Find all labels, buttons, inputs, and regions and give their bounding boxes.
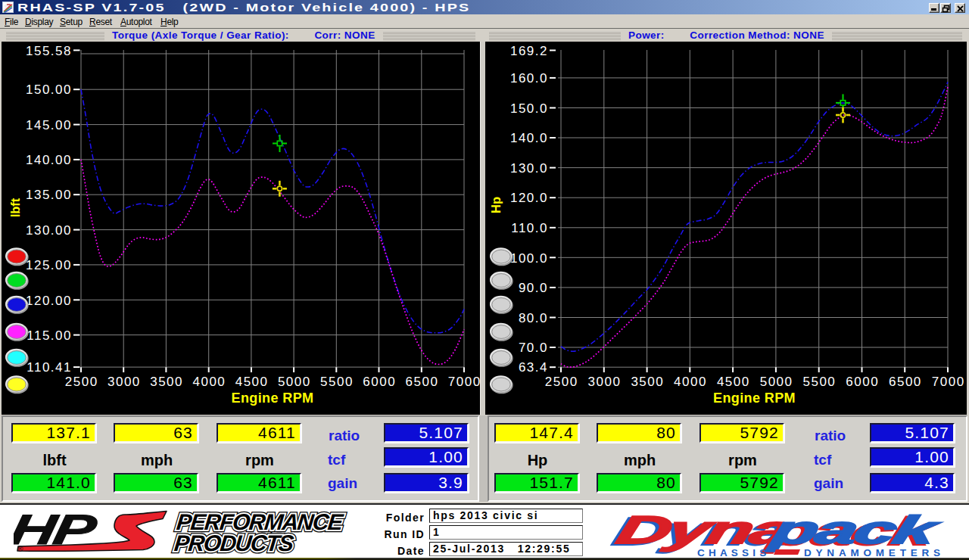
svg-text:80.0: 80.0 [519, 311, 548, 325]
svg-text:130.0: 130.0 [510, 161, 548, 176]
svg-text:115.00: 115.00 [26, 328, 72, 343]
svg-text:7000: 7000 [448, 375, 480, 389]
svg-text:3000: 3000 [107, 375, 141, 389]
svg-text:70.0: 70.0 [519, 341, 548, 355]
svg-text:CHASSIS: CHASSIS [697, 547, 770, 558]
svg-text:PRODUCTS: PRODUCTS [173, 530, 295, 555]
svg-text:3500: 3500 [150, 375, 183, 389]
svg-text:160.0: 160.0 [510, 71, 548, 86]
svg-text:169.2: 169.2 [510, 44, 548, 58]
svg-text:lbft: lbft [8, 198, 22, 217]
svg-text:120.0: 120.0 [510, 191, 548, 205]
svg-text:150.0: 150.0 [510, 101, 548, 116]
svg-text:140.0: 140.0 [510, 131, 548, 145]
svg-text:DYNAMOMETERS: DYNAMOMETERS [804, 547, 945, 558]
svg-text:140.00: 140.00 [26, 153, 72, 167]
svg-text:90.0: 90.0 [519, 281, 548, 295]
svg-text:7000: 7000 [932, 375, 965, 389]
svg-text:6000: 6000 [846, 375, 879, 389]
svg-text:pack: pack [765, 514, 945, 552]
svg-text:3500: 3500 [631, 375, 664, 389]
svg-text:Hp: Hp [489, 197, 503, 213]
svg-text:4000: 4000 [674, 375, 707, 389]
svg-text:3000: 3000 [588, 375, 622, 389]
svg-text:110.0: 110.0 [511, 221, 548, 235]
svg-text:155.58: 155.58 [26, 44, 72, 58]
svg-text:145.00: 145.00 [26, 118, 72, 132]
svg-text:100.0: 100.0 [510, 251, 548, 266]
svg-text:150.00: 150.00 [26, 82, 72, 97]
svg-text:135.00: 135.00 [26, 188, 72, 202]
svg-text:®: ® [17, 545, 23, 553]
svg-text:130.00: 130.00 [26, 223, 72, 238]
svg-text:4500: 4500 [235, 375, 269, 389]
svg-text:5000: 5000 [278, 375, 311, 389]
svg-text:Engine RPM: Engine RPM [231, 390, 313, 406]
svg-text:6000: 6000 [363, 375, 396, 389]
svg-text:4500: 4500 [717, 375, 750, 389]
svg-text:120.00: 120.00 [26, 294, 72, 308]
svg-text:110.41: 110.41 [26, 360, 72, 375]
svg-text:63.4: 63.4 [519, 360, 548, 375]
svg-text:2500: 2500 [545, 375, 578, 389]
svg-text:6500: 6500 [406, 375, 439, 389]
svg-text:2500: 2500 [65, 375, 98, 389]
svg-text:Engine RPM: Engine RPM [713, 390, 796, 406]
svg-text:5500: 5500 [802, 375, 836, 389]
svg-text:6500: 6500 [889, 375, 922, 389]
svg-text:HP: HP [14, 509, 101, 553]
svg-text:5500: 5500 [320, 375, 354, 389]
svg-text:5000: 5000 [760, 375, 793, 389]
svg-text:125.00: 125.00 [26, 258, 72, 272]
svg-text:4000: 4000 [192, 375, 226, 389]
